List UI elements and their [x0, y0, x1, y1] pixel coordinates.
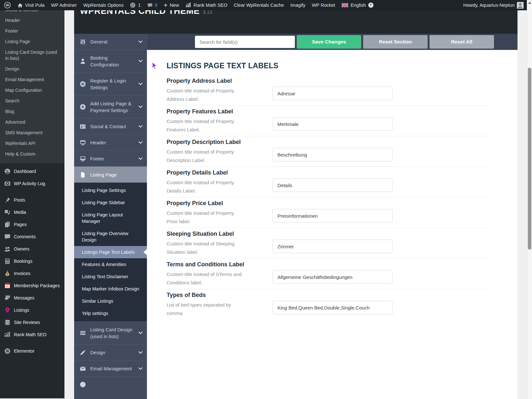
subnav-listing-text-disclaimer[interactable]: Listing Text Disclaimer	[74, 271, 147, 283]
nav-footer[interactable]: Footer	[74, 150, 147, 166]
nav-general[interactable]: General	[74, 34, 147, 50]
options-toolbar: Save Changes Reset Section Reset All	[147, 34, 517, 50]
sidebar-item-listing-page[interactable]: Listing Page	[0, 36, 64, 47]
scroll-up-arrow-icon[interactable]	[528, 2, 531, 4]
nav-listing-card-design[interactable]: Listing Card Design (used in lists)	[74, 321, 147, 344]
reset-section-button[interactable]: Reset Section	[363, 35, 428, 49]
subnav-listing-page-sidebar[interactable]: Listing Page Sidebar	[74, 196, 147, 209]
rank-math-menu[interactable]: Rank Math SEO	[182, 0, 231, 10]
nav-header[interactable]: Header	[74, 134, 147, 150]
terms-conditions-label-input[interactable]	[273, 270, 392, 284]
subnav-listing-page-layout-manager[interactable]: Listing Page Layout Manager	[74, 209, 147, 227]
subnav-map-marker-infobox-design[interactable]: Map Marker Infobox Design	[74, 283, 147, 295]
activity-log-eye-icon	[4, 180, 11, 187]
field-property-details-label: Property Details Label Custom title inst…	[167, 169, 490, 197]
sidebar-item-design[interactable]: Design	[0, 64, 64, 74]
circle-icon	[80, 381, 86, 388]
search-input[interactable]	[195, 36, 295, 48]
subnav-listing-page-overview-design[interactable]: Listing Page Overview Design	[74, 227, 147, 246]
menu-elementor[interactable]: Elementor	[0, 345, 64, 357]
subnav-listing-page-settings[interactable]: Listing Page Settings	[74, 184, 147, 196]
sidebar-item-sms-management[interactable]: SMS Management	[0, 128, 64, 138]
sidebar-item-header[interactable]: Header	[0, 15, 64, 26]
sidebar-item-advanced[interactable]: Advanced	[0, 117, 64, 128]
menu-media[interactable]: Media	[0, 206, 64, 218]
sleeping-situation-label-input[interactable]	[273, 240, 392, 253]
nav-next-section-partial[interactable]	[74, 376, 147, 399]
menu-dashboard[interactable]: Dashboard	[0, 165, 64, 177]
language-menu[interactable]: English ?	[338, 0, 377, 10]
chevron-down-icon	[139, 367, 142, 370]
sidebar-item-blog[interactable]: Blog	[0, 106, 64, 117]
browser-scrollbar[interactable]	[527, 0, 532, 399]
menu-bookings[interactable]: Bookings	[0, 255, 64, 267]
scrollbar-thumb[interactable]	[528, 68, 531, 250]
nav-add-listing-payment[interactable]: Add Listing Page & Payment Settings	[74, 95, 147, 118]
menu-membership-packages[interactable]: 31 Membership Packages	[0, 280, 64, 292]
menu-comments[interactable]: Comments	[0, 231, 64, 243]
sidebar-item-wprentals-api[interactable]: WpRentals API	[0, 138, 64, 149]
types-of-beds-input[interactable]	[273, 301, 392, 314]
comments-bubble-icon	[147, 3, 153, 8]
field-property-features-label: Property Features Label Custom title ins…	[167, 108, 490, 136]
nav-register-login-settings[interactable]: Register & Login Settings	[74, 72, 147, 95]
mouse-cursor	[152, 62, 157, 69]
settings-form: LISTINGS PAGE TEXT LABELS Property Addre…	[147, 50, 517, 330]
property-price-label-input[interactable]	[273, 209, 392, 223]
menu-rank-math-seo[interactable]: Rank Math SEO	[0, 328, 64, 341]
sidebar-item-help-custom[interactable]: Help & Custom	[0, 149, 64, 159]
divider	[167, 166, 490, 167]
help-circle-icon[interactable]: ?	[368, 3, 373, 8]
account-menu[interactable]: Howdy, Aquarius-Neptun	[459, 0, 527, 10]
menu-posts[interactable]: Posts	[0, 194, 64, 206]
clear-cache-menu[interactable]: Clear WpRentals Cache	[230, 0, 287, 10]
subnav-yelp-settings[interactable]: Yelp settings	[74, 307, 147, 319]
property-description-label-input[interactable]	[273, 148, 392, 161]
subnav-features-amenities[interactable]: Features & Amenities	[74, 258, 147, 271]
menu-site-reviews[interactable]: Site Reviews	[0, 316, 64, 328]
admin-bar: W Visit Pula WP Adminer WpRentals Option…	[0, 0, 527, 10]
menu-wp-activity-log[interactable]: WP Activity Log	[0, 177, 64, 190]
divider	[167, 258, 490, 259]
menu-owners[interactable]: Owners	[0, 243, 64, 255]
sidebar-item-email-management[interactable]: Email Management	[0, 74, 64, 85]
imagify-menu[interactable]: Imagify	[287, 0, 309, 10]
save-changes-button[interactable]: Save Changes	[297, 35, 361, 49]
nav-listing-page[interactable]: Listing Page	[74, 166, 147, 183]
wordpress-logo-menu[interactable]: W	[0, 0, 14, 10]
menu-pages[interactable]: Pages	[0, 218, 64, 231]
nav-design[interactable]: Design	[74, 344, 147, 360]
property-features-label-input[interactable]	[273, 117, 392, 131]
nav-booking-configuration[interactable]: Booking Configuration	[74, 50, 147, 72]
avatar	[517, 2, 524, 9]
wp-adminer-menu[interactable]: WP Adminer	[48, 0, 80, 10]
chevron-down-icon	[139, 351, 142, 354]
reset-all-button[interactable]: Reset All	[430, 35, 494, 49]
sidebar-item-map-configuration[interactable]: Map Configuration	[0, 85, 64, 96]
comments-menu[interactable]: 0	[144, 0, 161, 10]
property-details-label-input[interactable]	[273, 178, 392, 192]
nav-email-management[interactable]: Email Management	[74, 360, 147, 376]
updates-menu[interactable]: 1	[127, 0, 144, 10]
menu-listings[interactable]: Listings	[0, 304, 64, 316]
updates-icon	[130, 2, 136, 8]
chat-bubbles-icon	[4, 295, 11, 301]
wprentals-options-menu[interactable]: WpRentals Options	[80, 0, 127, 10]
monitor-footer-icon	[80, 156, 86, 162]
wordpress-logo-icon: W	[4, 2, 11, 9]
property-address-label-input[interactable]	[273, 87, 392, 100]
sidebar-item-listing-card-design[interactable]: Listing Card Design (used in lists)	[0, 47, 64, 64]
sidebar-item-search[interactable]: Search	[0, 96, 64, 106]
new-content-menu[interactable]: + New	[161, 0, 182, 10]
pen-icon	[80, 349, 86, 356]
menu-invoices[interactable]: $ Invoices	[0, 267, 64, 280]
visit-site-link[interactable]: Visit Pula	[14, 0, 48, 10]
subnav-similar-listings[interactable]: Similar Listings	[74, 295, 147, 307]
sidebar-item-footer[interactable]: Footer	[0, 26, 64, 36]
nav-social-contact[interactable]: Social & Contact	[74, 118, 147, 134]
menu-messages[interactable]: Messages	[0, 292, 64, 304]
wp-rocket-menu[interactable]: WP Rocket	[309, 0, 338, 10]
sidebar-item-social-contact[interactable]: Social & Contact	[0, 10, 64, 15]
chevron-down-icon	[139, 60, 142, 62]
subnav-listings-page-text-labels[interactable]: Listings Page Text Labels	[74, 246, 147, 258]
